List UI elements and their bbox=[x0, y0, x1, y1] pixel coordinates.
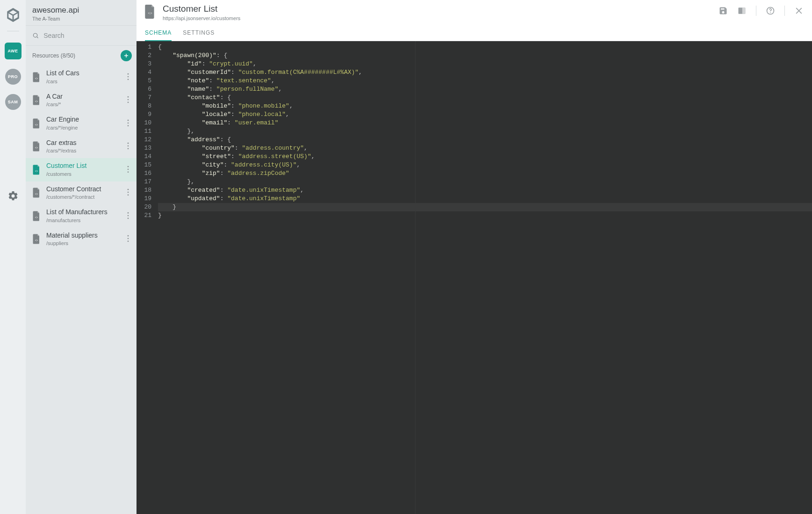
svg-point-23 bbox=[128, 171, 129, 173]
svg-point-31 bbox=[128, 217, 129, 219]
kebab-menu-icon[interactable] bbox=[123, 118, 133, 128]
resource-path: /customers bbox=[46, 171, 118, 177]
search-input[interactable] bbox=[43, 31, 130, 40]
svg-point-25 bbox=[128, 189, 129, 190]
svg-text:<>: <> bbox=[35, 123, 38, 126]
svg-text:<>: <> bbox=[35, 100, 38, 103]
kebab-menu-icon[interactable] bbox=[123, 95, 133, 104]
svg-point-14 bbox=[128, 122, 129, 123]
resource-file-icon: <> bbox=[32, 211, 41, 221]
workspace-pill-sam[interactable]: SAM bbox=[5, 94, 21, 110]
kebab-menu-icon[interactable] bbox=[123, 211, 133, 220]
resource-name: Car Engine bbox=[46, 116, 118, 124]
resource-name: List of Manufacturers bbox=[46, 208, 118, 217]
kebab-menu-icon[interactable] bbox=[123, 188, 133, 197]
vertical-separator bbox=[756, 6, 756, 16]
resource-item[interactable]: <> List of Manufacturers /manufacturers bbox=[26, 204, 137, 228]
svg-point-6 bbox=[128, 76, 129, 77]
page-url: https://api.jsonserver.io/customers bbox=[163, 15, 240, 21]
svg-text:<>: <> bbox=[35, 216, 38, 218]
help-icon[interactable] bbox=[766, 6, 775, 15]
resource-path: /suppliers bbox=[46, 240, 118, 246]
svg-text:<>: <> bbox=[35, 146, 38, 149]
resource-name: Material suppliers bbox=[46, 232, 118, 240]
resource-name: Customer List bbox=[46, 162, 118, 170]
main-panel: <> Customer List https://api.jsonserver.… bbox=[137, 0, 812, 514]
resource-item[interactable]: <> Car Engine /cars/*/engine bbox=[26, 112, 137, 135]
workspace-pill-pro[interactable]: PRO bbox=[5, 69, 21, 85]
svg-rect-38 bbox=[742, 7, 746, 14]
svg-point-15 bbox=[128, 125, 129, 126]
add-resource-button[interactable] bbox=[121, 50, 132, 61]
resource-file-icon: <> bbox=[32, 95, 41, 105]
project-title: awesome.api bbox=[32, 6, 130, 15]
project-header: awesome.api The A-Team bbox=[26, 0, 137, 25]
svg-text:<>: <> bbox=[35, 239, 38, 242]
svg-point-22 bbox=[128, 168, 129, 170]
resource-item[interactable]: <> Material suppliers /suppliers bbox=[26, 228, 137, 251]
resource-file-icon: <> bbox=[144, 5, 156, 19]
code-editor[interactable]: 123456789101112131415161718192021 { "spa… bbox=[137, 41, 812, 514]
editor-gutter: 123456789101112131415161718192021 bbox=[137, 41, 155, 514]
svg-point-10 bbox=[128, 99, 129, 101]
resource-item[interactable]: <> A Car /cars/* bbox=[26, 89, 137, 112]
tabs: SCHEMA SETTINGS bbox=[137, 21, 812, 41]
workspace-rail: AWE PRO SAM bbox=[0, 0, 26, 514]
resource-path: /cars/*/engine bbox=[46, 125, 118, 130]
kebab-menu-icon[interactable] bbox=[123, 234, 133, 243]
tab-settings[interactable]: SETTINGS bbox=[183, 26, 215, 41]
save-icon[interactable] bbox=[719, 6, 728, 15]
editor-margin-rule bbox=[415, 41, 416, 514]
resources-list: <> List of Cars /cars <> A Car /cars/* bbox=[26, 65, 137, 514]
svg-point-26 bbox=[128, 192, 129, 193]
resource-item[interactable]: <> Customer Contract /customers/*/contra… bbox=[26, 181, 137, 205]
svg-text:<>: <> bbox=[35, 77, 38, 80]
svg-point-17 bbox=[128, 143, 129, 144]
svg-point-34 bbox=[128, 238, 129, 239]
topbar: <> Customer List https://api.jsonserver.… bbox=[137, 0, 812, 21]
svg-point-5 bbox=[128, 73, 129, 75]
project-subtitle: The A-Team bbox=[32, 16, 130, 22]
resource-path: /cars/*/extras bbox=[46, 148, 118, 153]
resources-header: Resources (8/50) bbox=[26, 46, 137, 65]
search-bar[interactable] bbox=[26, 25, 137, 46]
resource-item[interactable]: <> List of Cars /cars bbox=[26, 65, 137, 89]
resource-path: /cars bbox=[46, 79, 118, 84]
kebab-menu-icon[interactable] bbox=[123, 72, 133, 81]
close-icon[interactable] bbox=[794, 6, 804, 15]
resource-name: List of Cars bbox=[46, 69, 118, 78]
resource-file-icon: <> bbox=[32, 234, 41, 244]
tab-schema[interactable]: SCHEMA bbox=[145, 26, 172, 41]
svg-point-11 bbox=[128, 102, 129, 103]
svg-point-40 bbox=[770, 12, 771, 13]
resource-item[interactable]: <> Car extras /cars/*/extras bbox=[26, 135, 137, 159]
kebab-menu-icon[interactable] bbox=[123, 141, 133, 151]
svg-point-35 bbox=[128, 241, 129, 242]
svg-text:<>: <> bbox=[148, 11, 152, 15]
workspace-pill-awe[interactable]: AWE bbox=[5, 43, 22, 59]
svg-point-7 bbox=[128, 79, 129, 80]
settings-gear-icon[interactable] bbox=[7, 190, 19, 202]
svg-point-30 bbox=[128, 215, 129, 216]
svg-point-27 bbox=[128, 195, 129, 196]
resource-file-icon: <> bbox=[32, 188, 41, 198]
svg-text:<>: <> bbox=[35, 193, 38, 195]
svg-text:<>: <> bbox=[35, 169, 38, 172]
svg-point-19 bbox=[128, 148, 129, 150]
resource-item[interactable]: <> Customer List /customers bbox=[26, 158, 137, 181]
editor-code[interactable]: { "spawn(200)": { "id": "crypt.uuid", "c… bbox=[155, 41, 812, 514]
svg-point-0 bbox=[33, 33, 37, 37]
resource-file-icon: <> bbox=[32, 118, 41, 129]
search-icon bbox=[32, 32, 39, 39]
panel-toggle-icon[interactable] bbox=[737, 6, 747, 15]
svg-point-9 bbox=[128, 96, 129, 98]
svg-point-18 bbox=[128, 145, 129, 147]
kebab-menu-icon[interactable] bbox=[123, 165, 133, 174]
resource-file-icon: <> bbox=[32, 72, 41, 82]
svg-line-1 bbox=[37, 37, 38, 38]
vertical-separator bbox=[784, 6, 785, 16]
resource-file-icon: <> bbox=[32, 141, 41, 152]
svg-point-13 bbox=[128, 120, 129, 121]
resource-file-icon: <> bbox=[32, 165, 41, 175]
resources-header-label: Resources (8/50) bbox=[32, 52, 75, 59]
